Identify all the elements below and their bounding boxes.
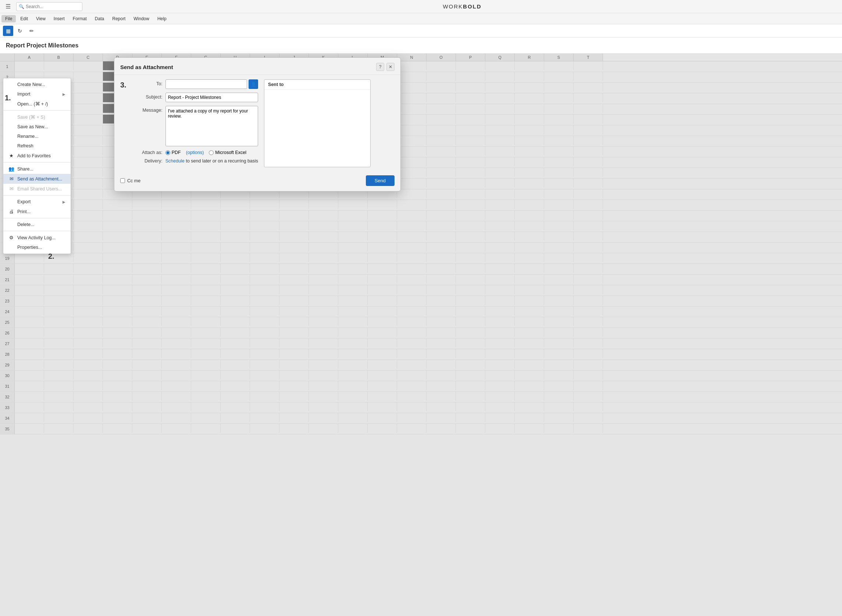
menu-add-to-favorites[interactable]: ★ Add to Favorites [3, 151, 71, 161]
menu-item-data[interactable]: Data [91, 15, 108, 22]
report-title-bar: Report Project Milestones [0, 38, 842, 54]
cc-me-label: Cc me [127, 178, 140, 183]
activity-log-icon: ⚙ [9, 235, 14, 241]
menu-item-report[interactable]: Report [109, 15, 129, 22]
refresh-toolbar-button[interactable]: ↻ [15, 26, 25, 36]
menu-delete[interactable]: Delete... [3, 220, 71, 229]
share-icon: 👥 [9, 166, 14, 172]
subject-label: Subject: [137, 92, 163, 100]
delivery-label: Delivery: [137, 158, 163, 164]
to-row: To: 👤 [137, 79, 258, 89]
dialog-form: To: 👤 Subject: [137, 79, 258, 167]
report-title: Report Project Milestones [6, 42, 78, 49]
delivery-content: Schedule to send later or on a recurring… [166, 158, 258, 164]
subject-input-group [166, 92, 258, 102]
delivery-text: to send later or on a recurring basis [186, 158, 258, 164]
menu-save-as-new[interactable]: Save as New... [3, 122, 71, 132]
dialog-controls: ? ✕ [376, 63, 395, 71]
menu-create-new[interactable]: Create New... [3, 80, 71, 89]
print-icon: 🖨 [9, 209, 14, 214]
menu-save: Save (⌘ + S) [3, 112, 71, 122]
menu-email-shared-users: ✉ Email Shared Users... [3, 184, 71, 194]
app-title: WORKBOLD [85, 3, 839, 10]
sent-to-header: Sent to [265, 80, 370, 90]
menu-refresh[interactable]: Refresh [3, 141, 71, 151]
toolbar: ▦ ↻ ✏ [0, 24, 842, 38]
file-dropdown-menu: 1. Create New... Import ▶ Open... (⌘ + /… [3, 78, 71, 254]
radio-group: PDF (options) Microsoft Excel [166, 150, 246, 155]
dialog-step-row: 3. To: 👤 Subject: [115, 75, 400, 172]
dialog-body: To: 👤 Subject: [131, 75, 376, 172]
excel-radio[interactable] [209, 150, 214, 155]
dialog-title: Send as Attachment [120, 64, 173, 70]
subject-row: Subject: [137, 92, 258, 102]
pdf-radio[interactable] [166, 150, 170, 155]
attach-label: Attach as: [137, 150, 163, 155]
menu-view-activity-log[interactable]: ⚙ View Activity Log... [3, 233, 71, 243]
sent-to-panel: Sent to [264, 79, 370, 167]
menu-open[interactable]: Open... (⌘ + /) [3, 99, 71, 109]
menu-item-window[interactable]: Window [130, 15, 153, 22]
send-attachment-icon: ✉ [9, 176, 14, 182]
menu-print[interactable]: 🖨 Print... [3, 207, 71, 217]
grid-toolbar-button[interactable]: ▦ [3, 26, 13, 36]
excel-radio-item[interactable]: Microsoft Excel [209, 150, 246, 155]
to-input[interactable] [166, 79, 247, 89]
hamburger-button[interactable]: ☰ [3, 1, 13, 12]
cc-me-checkbox[interactable] [120, 178, 125, 183]
favorites-icon: ★ [9, 153, 14, 158]
menu-item-format[interactable]: Format [69, 15, 90, 22]
menu-import[interactable]: Import ▶ [3, 89, 71, 99]
menu-export[interactable]: Export ▶ [3, 197, 71, 207]
search-icon: 🔍 [19, 4, 24, 9]
menu-item-edit[interactable]: Edit [16, 15, 32, 22]
menu-bar: File Edit View Insert Format Data Report… [0, 13, 842, 24]
export-arrow-icon: ▶ [63, 200, 65, 204]
message-textarea[interactable] [166, 106, 258, 146]
schedule-link[interactable]: Schedule [166, 158, 185, 164]
search-input[interactable] [26, 4, 80, 9]
search-box: 🔍 [16, 2, 82, 11]
main-area: ABCDEFGHIJKLMNOPQRST12345678910111213141… [0, 54, 842, 616]
menu-item-view[interactable]: View [32, 15, 49, 22]
menu-share[interactable]: 👥 Share... 2. [3, 164, 71, 174]
to-label: To: [137, 79, 163, 87]
pencil-toolbar-button[interactable]: ✏ [26, 26, 37, 36]
message-input-group [166, 106, 258, 146]
menu-separator-3 [3, 195, 71, 195]
menu-separator-2 [3, 162, 71, 163]
top-bar: ☰ 🔍 WORKBOLD [0, 0, 842, 13]
menu-properties[interactable]: Properties... [3, 243, 71, 252]
step-3-label: 3. [115, 75, 131, 172]
dialog-help-button[interactable]: ? [376, 63, 384, 71]
menu-separator-5 [3, 231, 71, 231]
message-label: Message: [137, 106, 163, 113]
send-button[interactable]: Send [366, 175, 395, 186]
delivery-row: Delivery: Schedule to send later or on a… [137, 158, 258, 164]
dialog-close-button[interactable]: ✕ [386, 63, 395, 71]
import-arrow-icon: ▶ [63, 92, 65, 96]
menu-send-as-attachment[interactable]: ✉ Send as Attachment... [3, 174, 71, 184]
to-contact-button[interactable]: 👤 [248, 79, 258, 89]
options-link[interactable]: (options) [186, 150, 204, 155]
menu-item-file[interactable]: File [1, 15, 16, 22]
email-shared-icon: ✉ [9, 186, 14, 192]
message-row: Message: [137, 106, 258, 146]
cc-me-row[interactable]: Cc me [120, 178, 140, 183]
menu-separator-1 [3, 110, 71, 111]
step-2-label: 2. [48, 252, 54, 261]
to-input-group: 👤 [166, 79, 258, 89]
menu-item-insert[interactable]: Insert [50, 15, 68, 22]
attach-row: Attach as: PDF (options) Microsoft Excel [137, 150, 258, 155]
pdf-radio-item[interactable]: PDF [166, 150, 181, 155]
subject-input[interactable] [166, 92, 258, 102]
dialog-footer: Cc me Send [115, 172, 400, 191]
menu-rename[interactable]: Rename... [3, 132, 71, 141]
dialog-titlebar: Send as Attachment ? ✕ [115, 58, 400, 75]
send-attachment-dialog: Send as Attachment ? ✕ 3. To: 👤 [114, 57, 401, 192]
menu-item-help[interactable]: Help [154, 15, 170, 22]
